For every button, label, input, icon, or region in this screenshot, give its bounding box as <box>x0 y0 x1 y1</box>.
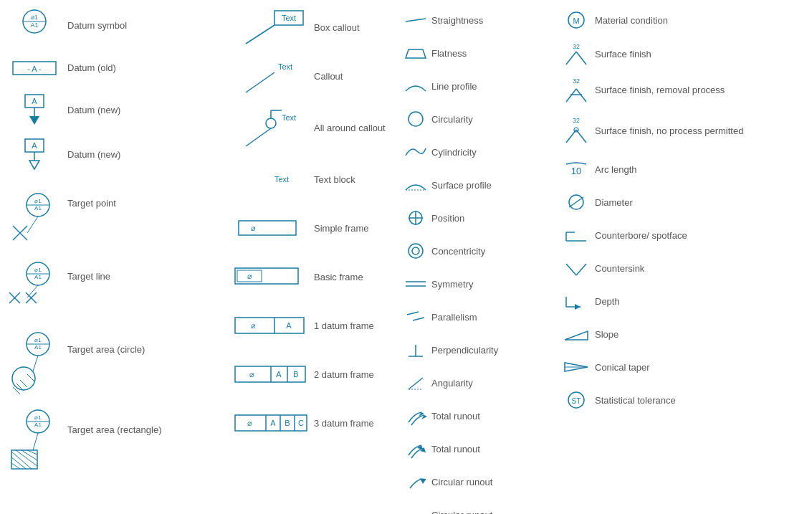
svg-marker-14 <box>29 161 39 169</box>
svg-text:⌀1: ⌀1 <box>34 414 42 421</box>
conical-taper-label: Conical taper <box>595 362 650 373</box>
surface-finish-no-process-icon: 32 <box>558 115 595 147</box>
datum-old-row: - A - Datum (old) <box>6 52 228 83</box>
svg-text:A: A <box>270 419 276 427</box>
svg-text:32: 32 <box>573 77 580 85</box>
svg-line-36 <box>13 387 20 394</box>
svg-text:Text: Text <box>282 14 296 22</box>
one-datum-frame-icon: ⌀ A <box>228 313 314 338</box>
circular-runout2-row: Circular runout <box>400 502 558 514</box>
slope-row: Slope <box>558 321 794 347</box>
line-profile-row: Line profile <box>400 73 558 99</box>
callouts-column: Text Box callout Text Callout Text <box>228 7 400 514</box>
diameter-row: Diameter <box>558 189 794 215</box>
simple-frame-icon: ⌀ <box>228 215 314 241</box>
diameter-icon <box>558 193 595 211</box>
surface-profile-icon <box>400 177 431 193</box>
surface-finish-row: 32 Surface finish <box>558 40 794 67</box>
line-profile-icon <box>400 78 431 94</box>
svg-text:⌀1: ⌀1 <box>34 337 42 343</box>
gdt-left-column: Straightness Flatness Line profile <box>400 7 558 514</box>
basic-frame-icon: ⌀ <box>228 262 314 291</box>
surface-profile-row: Surface profile <box>400 172 558 198</box>
concentricity-row: Concentricity <box>400 238 558 264</box>
svg-text:A: A <box>286 321 292 330</box>
svg-marker-133 <box>575 304 581 310</box>
conical-taper-icon <box>558 357 595 377</box>
svg-line-130 <box>576 264 586 275</box>
text-block-label: Text block <box>314 174 355 185</box>
cylindricity-icon <box>400 143 431 161</box>
target-area-circle-row: ⌀1 A1 Target area (circle) <box>6 324 228 394</box>
position-icon <box>400 208 431 228</box>
svg-text:A: A <box>32 141 37 150</box>
svg-line-117 <box>576 89 586 102</box>
text-block-icon: Text <box>228 165 314 194</box>
two-datum-frame-icon: ⌀ A B <box>228 361 314 387</box>
line-profile-label: Line profile <box>431 81 477 92</box>
cylindricity-label: Cylindricity <box>431 147 477 158</box>
two-datum-frame-row: ⌀ A B 2 datum frame <box>228 354 400 394</box>
counterbore-label: Counterbore/ spotface <box>595 230 687 241</box>
svg-point-94 <box>409 244 423 258</box>
depth-row: Depth <box>558 288 794 314</box>
straightness-row: Straightness <box>400 7 558 33</box>
datum-new1-label: Datum (new) <box>63 105 120 115</box>
svg-text:A1: A1 <box>34 344 42 351</box>
total-runout1-icon <box>400 406 431 425</box>
statistical-tolerance-row: ST Statistical tolerance <box>558 387 794 413</box>
svg-text:⌀: ⌀ <box>251 224 256 232</box>
surface-finish-icon: 32 <box>558 40 595 67</box>
svg-marker-134 <box>565 331 588 340</box>
angularity-label: Angularity <box>431 378 473 389</box>
target-area-rect-label: Target area (rectangle) <box>63 409 162 435</box>
box-callout-label: Box callout <box>314 22 360 33</box>
circular-runout2-label: Circular runout <box>431 510 492 515</box>
datum-old-label: Datum (old) <box>63 62 116 73</box>
total-runout1-row: Total runout <box>400 403 558 429</box>
svg-line-52 <box>33 433 38 450</box>
flatness-row: Flatness <box>400 40 558 66</box>
arc-length-row: 10 Arc length <box>558 156 794 182</box>
total-runout2-icon <box>400 439 431 458</box>
conical-taper-row: Conical taper <box>558 354 794 380</box>
symmetry-row: Symmetry <box>400 271 558 297</box>
simple-frame-row: ⌀ Simple frame <box>228 208 400 248</box>
parallelism-label: Parallelism <box>431 312 477 323</box>
target-point-icon: ⌀1 A1 <box>6 186 63 244</box>
svg-line-125 <box>569 197 583 207</box>
position-row: Position <box>400 205 558 231</box>
total-runout2-label: Total runout <box>431 444 480 454</box>
countersink-icon <box>558 258 595 278</box>
slope-label: Slope <box>595 329 618 340</box>
two-datum-frame-label: 2 datum frame <box>314 369 374 380</box>
concentricity-label: Concentricity <box>431 246 485 257</box>
target-point-row: ⌀1 A1 Target point <box>6 181 228 244</box>
svg-line-114 <box>576 52 586 65</box>
text-block-row: Text Text block <box>228 159 400 199</box>
statistical-tolerance-icon: ST <box>558 390 595 410</box>
svg-line-102 <box>409 378 423 389</box>
all-around-callout-label: All around callout <box>314 123 386 133</box>
material-condition-icon: M <box>558 11 595 29</box>
svg-line-50 <box>22 450 37 460</box>
svg-line-47 <box>11 457 26 469</box>
all-around-callout-icon: Text <box>228 105 314 151</box>
svg-line-99 <box>413 318 424 320</box>
svg-text:ST: ST <box>572 397 581 405</box>
svg-rect-64 <box>239 221 296 235</box>
svg-text:B: B <box>293 370 298 379</box>
gdt-right-column: M Material condition 32 Surface finish 3… <box>558 7 794 514</box>
position-label: Position <box>431 213 464 224</box>
all-around-callout-row: Text All around callout <box>228 105 400 151</box>
angularity-icon <box>400 373 431 392</box>
target-area-rect-row: ⌀1 A1 Target area (rectangle) <box>6 403 228 473</box>
target-area-rect-icon: ⌀1 A1 <box>6 409 63 473</box>
circular-runout1-label: Circular runout <box>431 477 492 487</box>
symmetry-label: Symmetry <box>431 279 474 290</box>
circularity-icon <box>400 110 431 128</box>
arc-length-icon: 10 <box>558 160 595 179</box>
main-container: ⌀1 A1 Datum symbol - A - Datum (old) A <box>0 0 812 514</box>
surface-finish-removal-icon: 32 <box>558 75 595 106</box>
svg-text:A: A <box>276 370 282 379</box>
